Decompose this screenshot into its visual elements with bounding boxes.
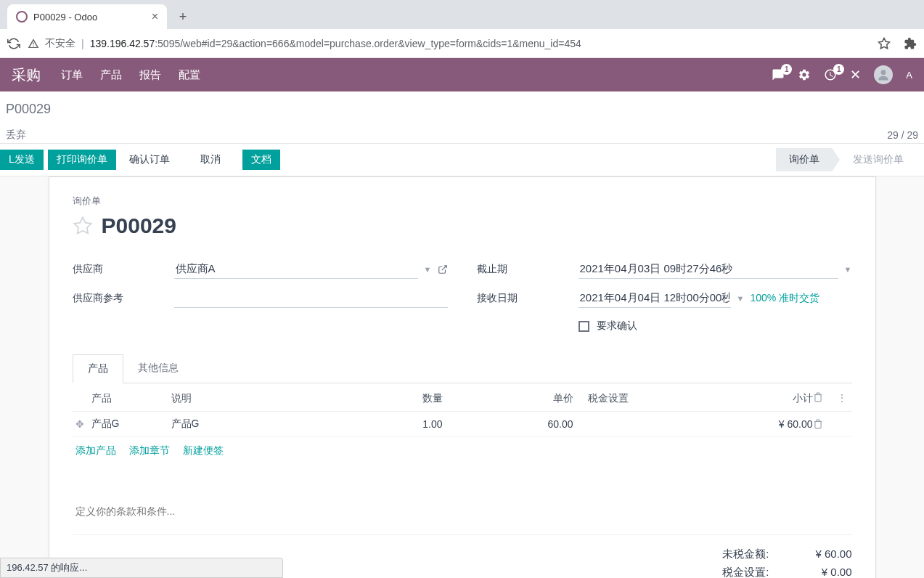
svg-marker-0 [879,38,890,48]
status-sent[interactable]: 发送询价单 [840,148,917,171]
status-bar: 询价单 发送询价单 [776,148,924,171]
browser-status-text: 196.42.57 的响应... [0,558,283,578]
nav-orders[interactable]: 订单 [61,68,83,82]
col-qty: 数量 [348,392,443,405]
dropdown-icon[interactable]: ▼ [424,265,432,274]
settings-icon[interactable] [798,68,811,81]
send-button[interactable]: L发送 [0,150,44,170]
svg-point-1 [881,70,886,75]
insecure-icon [28,38,39,49]
odoo-navbar: 采购 订单 产品 报告 配置 1 1 ✕ A [0,58,924,91]
url-path: :5095/web#id=29&action=666&model=purchas… [155,38,581,49]
vendor-label: 供应商 [73,263,174,276]
tab-products[interactable]: 产品 [73,354,123,383]
row-product[interactable]: 产品G [91,418,171,431]
add-section-link[interactable]: 添加章节 [129,444,170,457]
favorite-star-icon[interactable] [73,216,93,236]
ask-confirmation-checkbox[interactable] [578,321,589,332]
tab-other-info[interactable]: 其他信息 [123,354,193,383]
vendor-ref-label: 供应商参考 [73,292,174,305]
add-product-link[interactable]: 添加产品 [75,444,116,457]
archive-button[interactable]: 文档 [242,150,280,170]
status-arrow-icon [833,149,840,171]
user-name[interactable]: A [906,70,912,81]
row-price[interactable]: 60.00 [443,418,573,430]
browser-tab[interactable]: P00029 - Odoo × [7,4,167,29]
url-host: 139.196.42.57 [90,38,155,49]
activity-badge: 1 [833,64,844,75]
action-bar: L发送 打印询价单 确认订单 取消 文档 询价单 发送询价单 [0,144,924,176]
close-panel-icon[interactable]: ✕ [850,67,861,83]
new-tab-button[interactable]: + [173,7,193,27]
receipt-date-label: 接收日期 [477,292,578,305]
ontime-delivery-label: 100% 准时交货 [750,292,819,305]
doc-title: P00029 [102,213,176,238]
nav-menu: 订单 产品 报告 配置 [61,68,200,82]
options-icon[interactable]: ⋮ [835,392,849,405]
col-description: 说明 [171,392,348,405]
delete-column-icon [813,392,835,405]
control-bar: 丢弃 29 / 29 [0,124,924,144]
tabs: 产品 其他信息 [73,354,852,383]
ask-confirmation-label: 要求确认 [597,319,637,333]
row-desc[interactable]: 产品G [171,418,348,431]
deadline-field[interactable] [578,260,838,279]
status-rfq[interactable]: 询价单 [776,148,833,171]
nav-reports[interactable]: 报告 [139,68,161,82]
form-sheet: 询价单 P00029 供应商 ▼ 供应商参考 [49,176,876,578]
table-row[interactable]: ✥ 产品G 产品G 1.00 60.00 ¥ 60.00 [73,412,852,437]
nav-config[interactable]: 配置 [179,68,200,82]
row-qty[interactable]: 1.00 [348,418,443,430]
tax-total-label: 税金设置: [722,566,769,578]
address-bar: 不安全 | 139.196.42.57:5095/web#id=29&actio… [0,29,924,58]
reload-icon[interactable] [7,37,20,50]
totals: 未税金额: ¥ 60.00 税金设置: ¥ 0.00 合计: ¥ 60.00 [605,545,852,578]
delete-row-icon[interactable] [813,419,835,429]
untaxed-label: 未税金额: [722,548,769,561]
vendor-field[interactable] [174,260,418,279]
breadcrumb[interactable]: P00029 [6,102,51,116]
discard-button[interactable]: 丢弃 [6,129,26,142]
user-avatar[interactable] [874,65,893,84]
activity-icon[interactable]: 1 [824,68,837,81]
cancel-button[interactable]: 取消 [192,150,229,170]
odoo-favicon [16,11,28,23]
bookmark-star-icon[interactable] [878,37,891,50]
print-rfq-button[interactable]: 打印询价单 [48,150,116,170]
status-arrow-icon [917,149,924,171]
untaxed-value: ¥ 60.00 [787,548,852,561]
deadline-label: 截止期 [477,263,578,276]
browser-tab-bar: P00029 - Odoo × + [0,0,924,29]
col-product: 产品 [91,392,171,405]
extensions-icon[interactable] [904,37,917,50]
terms-input[interactable] [73,501,579,521]
doc-type-label: 询价单 [73,195,852,208]
external-link-icon[interactable] [438,264,448,274]
dropdown-icon[interactable]: ▼ [737,294,745,303]
tax-total-value: ¥ 0.00 [787,566,852,578]
chat-badge: 1 [781,64,792,75]
col-subtotal: 小计 [690,392,813,405]
breadcrumb-bar: P00029 [0,91,924,124]
chat-icon[interactable]: 1 [772,68,785,81]
dropdown-icon[interactable]: ▼ [844,265,852,274]
drag-handle-icon[interactable]: ✥ [75,418,91,430]
col-tax: 税金设置 [573,392,690,405]
row-subtotal: ¥ 60.00 [690,418,813,430]
tab-title: P00029 - Odoo [33,12,146,23]
pager[interactable]: 29 / 29 [887,129,918,141]
app-name[interactable]: 采购 [12,65,41,85]
url-field[interactable]: 不安全 | 139.196.42.57:5095/web#id=29&actio… [28,37,870,50]
col-price: 单价 [443,392,573,405]
order-lines-table: 产品 说明 数量 单价 税金设置 小计 ⋮ ✥ 产品G 产品G 1.00 60.… [73,386,852,465]
nav-products[interactable]: 产品 [100,68,122,82]
vendor-ref-field[interactable] [174,289,448,308]
insecure-label: 不安全 [45,37,75,50]
receipt-date-field[interactable] [578,289,731,308]
close-tab-icon[interactable]: × [152,10,158,23]
confirm-order-button[interactable]: 确认订单 [120,150,179,170]
add-note-link[interactable]: 新建便签 [183,444,224,457]
svg-marker-2 [74,217,91,233]
